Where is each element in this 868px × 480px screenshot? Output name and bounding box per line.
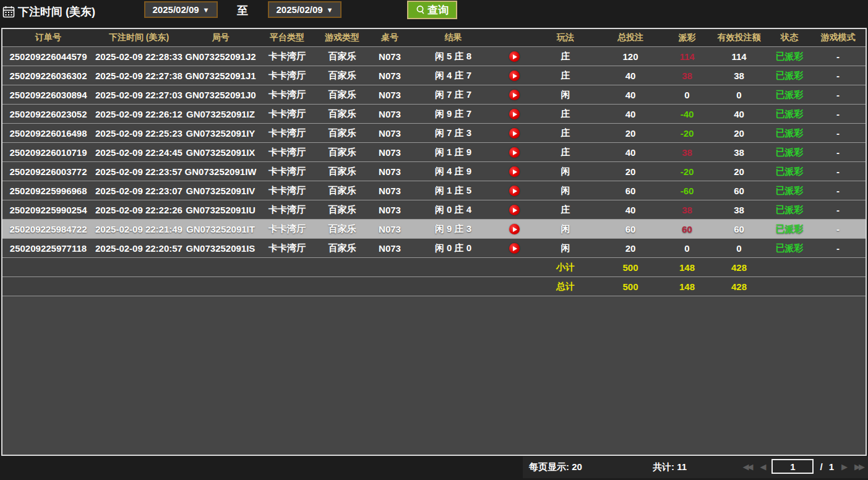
result-cell: 闲 9 庄 3 [412,220,494,239]
table-row[interactable]: 2502092260363022025-02-09 22:27:38GN0732… [2,66,866,85]
table-row[interactable]: 2502092260164982025-02-09 22:25:23GN0732… [2,124,866,143]
table-number-cell: N073 [367,66,412,85]
game-mode-cell: - [810,85,866,105]
table-row[interactable]: 2502092259771182025-02-09 22:20:57GN0732… [2,239,866,258]
play-triangle [513,189,517,194]
table-row[interactable]: 2502092260445792025-02-09 22:28:33GN0732… [2,47,866,66]
date-from-picker[interactable]: 2025/02/09 ▼ [144,1,218,18]
total-bet-cell: 20 [596,239,664,258]
play-icon[interactable] [509,71,520,81]
play-icon[interactable] [509,128,520,139]
total-bet-cell: 20 [596,162,664,181]
round-id-cell: GN073252091J1 [184,66,257,85]
table-row[interactable]: 2502092260308942025-02-09 22:27:03GN0732… [2,85,866,105]
prev-page-icon[interactable]: ◀ [758,462,765,471]
column-header: 局号 [184,29,257,47]
table-number-cell: N073 [367,220,412,239]
valid-bet-cell: 38 [710,200,768,220]
to-label: 至 [237,3,248,18]
bet-type-cell: 庄 [535,105,596,124]
search-icon [416,5,426,15]
result-cell: 闲 1 庄 5 [412,181,494,200]
play-triangle [513,112,517,117]
play-triangle [513,169,517,174]
game-mode-cell: - [810,220,866,239]
records-table: 订单号下注时间 (美东)局号平台类型游戏类型桌号结果玩法总投注派彩有效投注额状态… [2,29,866,296]
platform-type-cell: 卡卡湾厅 [257,143,317,162]
table-row[interactable]: 2502092260107192025-02-09 22:24:45GN0732… [2,143,866,162]
play-triangle [513,74,517,79]
betting-records-page: 下注时间 (美东) 2025/02/09 ▼ 至 2025/02/09 ▼ 查询 [0,0,868,480]
game-mode-cell: - [810,124,866,143]
subtotal-row-payout: 148 [664,258,710,277]
page-number-input[interactable] [771,459,814,474]
status-cell: 已派彩 [768,162,810,181]
play-icon[interactable] [509,224,520,234]
play-icon[interactable] [509,90,520,100]
order-number-cell: 250209226030894 [2,85,94,105]
table-number-cell: N073 [367,105,412,124]
query-button[interactable]: 查询 [407,1,457,19]
game-type-cell: 百家乐 [317,85,367,105]
table-row[interactable]: 2502092259902542025-02-09 22:22:26GN0732… [2,200,866,220]
play-icon[interactable] [509,51,520,62]
bet-time-cell: 2025-02-09 22:23:07 [94,181,184,200]
status-cell: 已派彩 [768,124,810,143]
play-cell [494,143,535,162]
valid-bet-cell: 0 [710,85,768,105]
platform-type-cell: 卡卡湾厅 [257,200,317,220]
bet-time-cell: 2025-02-09 22:23:57 [94,162,184,181]
play-cell [494,85,535,105]
play-icon[interactable] [509,166,520,177]
first-page-icon[interactable]: ◀◀ [741,462,752,471]
payout-cell: 0 [664,85,710,105]
order-number-cell: 250209226003772 [2,162,94,181]
bet-type-cell: 闲 [535,85,596,105]
empty-cell [768,277,866,296]
result-cell: 闲 0 庄 4 [412,200,494,220]
status-cell: 已派彩 [768,200,810,220]
empty-cell [2,258,535,277]
valid-bet-cell: 38 [710,66,768,85]
column-header: 平台类型 [257,29,317,47]
table-row[interactable]: 2502092260037722025-02-09 22:23:57GN0732… [2,162,866,181]
bet-type-cell: 闲 [535,239,596,258]
column-header: 游戏类型 [317,29,367,47]
game-mode-cell: - [810,200,866,220]
payout-cell: -20 [664,124,710,143]
last-page-icon[interactable]: ▶▶ [853,462,864,471]
column-header: 有效投注额 [710,29,768,47]
round-id-cell: GN073252091J0 [184,85,257,105]
play-cell [494,124,535,143]
table-row[interactable]: 2502092259969682025-02-09 22:23:07GN0732… [2,181,866,200]
empty-cell [768,258,866,277]
table-number-cell: N073 [367,85,412,105]
per-page-value: 20 [572,461,582,472]
round-id-cell: GN073252091J2 [184,47,257,66]
game-type-cell: 百家乐 [317,181,367,200]
next-page-icon[interactable]: ▶ [840,462,847,471]
date-to-picker[interactable]: 2025/02/09 ▼ [268,1,342,18]
valid-bet-cell: 114 [710,47,768,66]
play-icon[interactable] [509,243,520,254]
play-icon[interactable] [509,109,520,119]
query-button-label: 查询 [428,3,449,17]
play-icon[interactable] [509,147,520,158]
game-type-cell: 百家乐 [317,239,367,258]
game-type-cell: 百家乐 [317,200,367,220]
column-header: 派彩 [664,29,710,47]
play-cell [494,66,535,85]
bet-type-cell: 闲 [535,220,596,239]
game-type-cell: 百家乐 [317,220,367,239]
play-triangle [513,227,517,232]
payout-cell: 38 [664,200,710,220]
result-cell: 闲 9 庄 7 [412,105,494,124]
play-icon[interactable] [509,186,520,196]
calendar-icon [2,6,15,18]
grand-total-row-payout: 148 [664,277,710,296]
table-row[interactable]: 2502092259847222025-02-09 22:21:49GN0732… [2,220,866,239]
table-row[interactable]: 2502092260230522025-02-09 22:26:12GN0732… [2,105,866,124]
play-icon[interactable] [509,205,520,215]
platform-type-cell: 卡卡湾厅 [257,66,317,85]
bet-time-cell: 2025-02-09 22:28:33 [94,47,184,66]
